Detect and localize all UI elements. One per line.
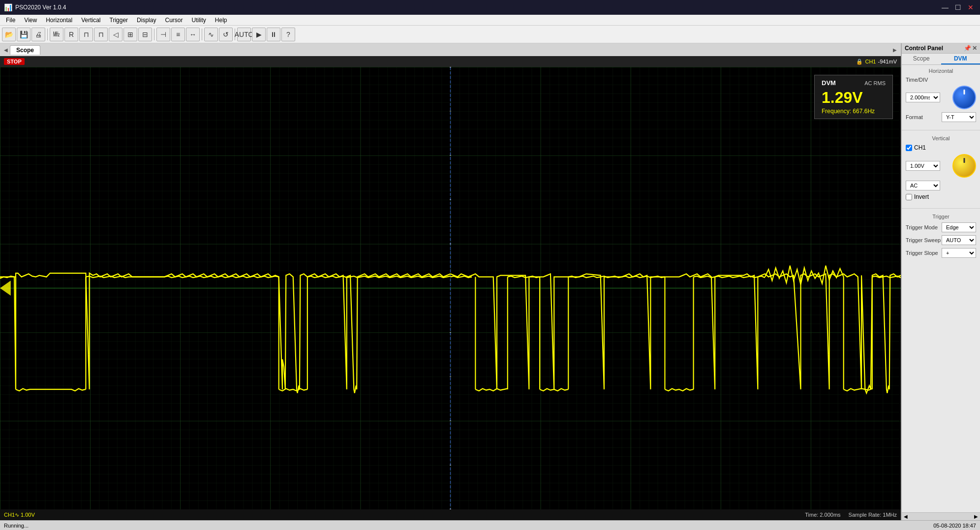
grid-svg: [0, 67, 901, 509]
close-button[interactable]: ✕: [965, 2, 976, 13]
menu-item-utility[interactable]: Utility: [187, 16, 210, 25]
status-bar: Running... 05-08-2020 18:47: [0, 520, 980, 530]
menu-bar: FileViewHorizontalVerticalTriggerDisplay…: [0, 15, 980, 26]
cp-scroll-bar: ◀ ▶: [902, 512, 980, 520]
vertical-knob[interactable]: [952, 154, 976, 178]
ch1-label: CH1: [865, 59, 876, 64]
toolbar-btn-func2[interactable]: ⊓: [94, 28, 108, 41]
menu-item-help[interactable]: Help: [211, 16, 231, 25]
maximize-button[interactable]: ☐: [952, 2, 963, 13]
divider-1: [902, 130, 980, 130]
toolbar-btn-help2[interactable]: ?: [281, 28, 295, 41]
trigger-sweep-label: Trigger Sweep: [906, 237, 941, 243]
trigger-sweep-select[interactable]: AUTO: [942, 235, 976, 245]
toolbar-btn-zoom-out[interactable]: ↔: [186, 28, 200, 41]
scope-screen-wrapper: STOP 🔒 CH1 -941mV: [0, 56, 901, 520]
horizontal-title: Horizontal: [906, 68, 976, 74]
sample-rate-info: Sample Rate: 1MHz: [849, 512, 897, 518]
tab-nav-right[interactable]: ▶: [891, 44, 899, 55]
time-div-control-row: 2.000ms: [906, 86, 976, 109]
scope-footer-right: Time: 2.000ms Sample Rate: 1MHz: [805, 512, 897, 518]
toolbar-btn-run[interactable]: ▶: [252, 28, 266, 41]
trigger-mode-select[interactable]: Edge: [942, 222, 976, 232]
trigger-title: Trigger: [906, 214, 976, 219]
volts-div-row: 1.00V: [906, 154, 976, 178]
scroll-left-icon[interactable]: ◀: [904, 514, 908, 519]
toolbar-btn-auto[interactable]: AUTO: [237, 28, 251, 41]
ch1-voltage: -941mV: [878, 59, 897, 64]
ch1-label-text: CH1: [914, 144, 926, 151]
scope-canvas: DVM AC RMS 1.29V Frequency: 667.6Hz: [0, 67, 901, 509]
toolbar-btn-notes[interactable]: ≡: [171, 28, 185, 41]
toolbar-btn-save[interactable]: 💾: [17, 28, 31, 41]
cp-close-icon[interactable]: ✕: [972, 45, 977, 52]
cp-pin-icon[interactable]: 📌: [964, 45, 971, 52]
vertical-section: Vertical CH1 1.00V AC: [902, 132, 980, 206]
toolbar-btn-math[interactable]: ∿: [204, 28, 218, 41]
horizontal-knob[interactable]: [952, 86, 976, 109]
ch1-label-row[interactable]: CH1: [906, 144, 926, 151]
tab-nav-left[interactable]: ◀: [2, 44, 10, 55]
toolbar-btn-func1[interactable]: ⊓: [79, 28, 93, 41]
scroll-right-icon[interactable]: ▶: [974, 514, 978, 519]
trigger-section: Trigger Trigger Mode Edge Trigger Sweep …: [902, 211, 980, 264]
toolbar-sep-10: [154, 29, 154, 40]
horizontal-section: Horizontal Time/DIV 2.000ms Format Y-T: [902, 65, 980, 128]
trigger-slope-select[interactable]: +: [942, 248, 976, 258]
toolbar-btn-stop[interactable]: ⏸: [267, 28, 280, 41]
invert-row: Invert: [906, 193, 976, 200]
time-div-select[interactable]: 2.000ms: [906, 93, 940, 102]
menu-item-display[interactable]: Display: [133, 16, 160, 25]
coupling-select[interactable]: AC: [906, 181, 940, 190]
format-select[interactable]: Y-T: [942, 112, 976, 122]
app-icon: 📊: [4, 3, 12, 11]
trigger-mode-label: Trigger Mode: [906, 224, 938, 230]
menu-item-cursor[interactable]: Cursor: [161, 16, 186, 25]
knob-indicator: [964, 90, 965, 94]
scope-panel: ◀ Scope ▶ STOP 🔒 CH1 -941mV: [0, 43, 901, 520]
cp-tab-dvm[interactable]: DVM: [941, 54, 980, 64]
dvm-frequency: Frequency: 667.6Hz: [822, 108, 886, 115]
scope-footer: CH1∿ 1.00V Time: 2.000ms Sample Rate: 1M…: [0, 509, 901, 520]
ch1-indicator: 🔒 CH1 -941mV: [856, 59, 897, 65]
toolbar-btn-print[interactable]: 🖨: [31, 28, 45, 41]
scope-header: STOP 🔒 CH1 -941mV: [0, 56, 901, 67]
time-div-label: Time/DIV: [906, 77, 928, 83]
toolbar-btn-func3[interactable]: ◁: [109, 28, 122, 41]
toolbar-btn-measure[interactable]: ⊣: [156, 28, 170, 41]
vertical-title: Vertical: [906, 135, 976, 141]
vertical-knob-indicator: [964, 158, 965, 163]
toolbar-btn-cursor-y[interactable]: ⊟: [138, 28, 152, 41]
invert-label[interactable]: Invert: [906, 193, 929, 200]
toolbar-btn-rec[interactable]: R: [64, 28, 78, 41]
scope-tab[interactable]: Scope: [10, 45, 40, 55]
dvm-ac-rms: AC RMS: [864, 80, 886, 86]
invert-checkbox[interactable]: [906, 194, 912, 200]
menu-item-trigger[interactable]: Trigger: [106, 16, 132, 25]
main-layout: ◀ Scope ▶ STOP 🔒 CH1 -941mV: [0, 43, 980, 520]
toolbar-btn-cursor-x[interactable]: ⊞: [123, 28, 137, 41]
trigger-slope-label: Trigger Slope: [906, 250, 938, 256]
dvm-readout: DVM AC RMS 1.29V Frequency: 667.6Hz: [814, 75, 893, 119]
app-title: PSO2020 Ver 1.0.4: [15, 4, 66, 11]
cp-tab-scope[interactable]: Scope: [902, 54, 941, 64]
ch1-checkbox[interactable]: [906, 145, 912, 151]
ch1-lock-icon: 🔒: [856, 59, 863, 65]
toolbar-btn-undo[interactable]: ↺: [219, 28, 233, 41]
format-label: Format: [906, 114, 923, 120]
control-panel: Control Panel 📌 ✕ Scope DVM Horizontal T…: [901, 43, 980, 520]
cp-title: Control Panel: [905, 45, 943, 52]
menu-item-view[interactable]: View: [20, 16, 41, 25]
toolbar-btn-freq-meter[interactable]: ㎒: [50, 28, 63, 41]
volts-div-select[interactable]: 1.00V: [906, 161, 940, 171]
divider-2: [902, 208, 980, 209]
date-time: 05-08-2020 18:47: [933, 523, 976, 529]
minimize-button[interactable]: —: [940, 2, 950, 13]
toolbar-btn-open[interactable]: 📂: [2, 28, 16, 41]
title-bar: 📊 PSO2020 Ver 1.0.4 — ☐ ✕: [0, 0, 980, 15]
ch1-row: CH1: [906, 144, 976, 151]
menu-item-vertical[interactable]: Vertical: [77, 16, 104, 25]
toolbar: 📂💾🖨㎒R⊓⊓◁⊞⊟⊣≡↔∿↺AUTO▶⏸?: [0, 26, 980, 43]
menu-item-file[interactable]: File: [2, 16, 19, 25]
menu-item-horizontal[interactable]: Horizontal: [42, 16, 76, 25]
